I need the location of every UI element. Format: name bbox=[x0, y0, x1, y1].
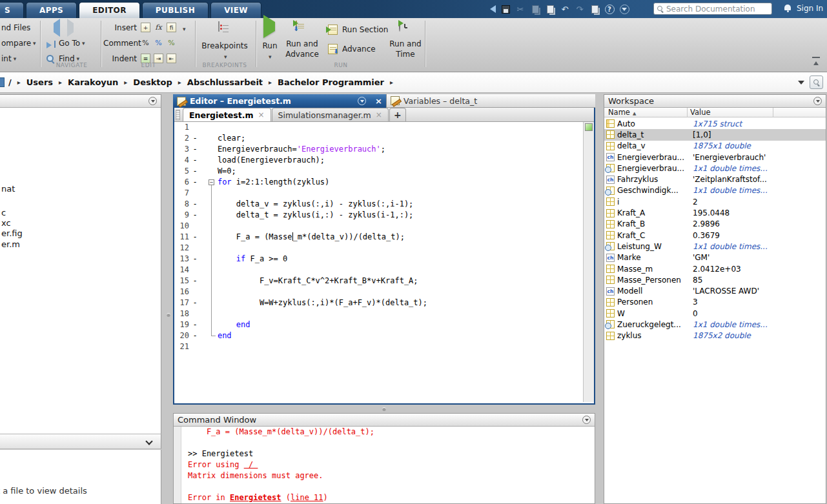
workspace-row-leistung_w[interactable]: Leistung_W1x1 double times... bbox=[604, 241, 826, 252]
editor-scrollbar[interactable] bbox=[583, 122, 594, 402]
breadcrumb-item[interactable]: / bbox=[8, 77, 12, 87]
toolbar-menu-icon[interactable] bbox=[619, 4, 629, 14]
workspace-row-i[interactable]: i2 bbox=[604, 196, 826, 207]
workspace-row-masse_m[interactable]: Masse_m2.0412e+03 bbox=[604, 263, 826, 274]
workspace-row-delta_v[interactable]: delta_v1875x1 double bbox=[604, 141, 826, 152]
breakpoints-button[interactable] bbox=[218, 22, 220, 31]
sign-in-link[interactable]: Sign In bbox=[797, 4, 823, 13]
copy-icon[interactable] bbox=[530, 4, 540, 14]
workspace-row-auto[interactable]: Auto1x715 struct bbox=[604, 118, 826, 129]
file-item[interactable]: er.m bbox=[1, 239, 20, 249]
workspace-row-personen[interactable]: Personen3 bbox=[604, 297, 826, 308]
ribbon-tab-apps[interactable]: APPS bbox=[26, 2, 77, 18]
paste-icon[interactable] bbox=[545, 4, 555, 14]
file-item[interactable]: c bbox=[1, 208, 6, 217]
run-and-advance-label-2[interactable]: Advance bbox=[284, 50, 320, 59]
horizontal-splitter-handle[interactable] bbox=[382, 407, 386, 411]
file-item[interactable]: nat bbox=[1, 184, 15, 194]
back-nav-button[interactable] bbox=[49, 23, 60, 32]
compare-button[interactable]: ompare▾ bbox=[1, 39, 36, 48]
breadcrumb-item[interactable]: Bachelor Programmier bbox=[278, 77, 384, 87]
uncomment-button[interactable]: % bbox=[154, 38, 165, 48]
error-link[interactable]: line 11 bbox=[291, 493, 323, 502]
editor-title-bar[interactable]: Editor – Energietest.m × bbox=[173, 94, 386, 108]
cut-icon[interactable]: ✂ bbox=[515, 4, 526, 14]
run-and-time-label-2[interactable]: Time bbox=[387, 50, 424, 59]
command-window-output[interactable]: F_a = (Masse_m*(delta_v))/(delta_t);>> E… bbox=[181, 427, 595, 503]
run-button[interactable] bbox=[263, 22, 275, 31]
run-button-label[interactable]: Run bbox=[258, 41, 281, 50]
workspace-row-kraft_b[interactable]: Kraft_B2.9896 bbox=[604, 219, 826, 230]
breadcrumb-item[interactable]: Karakoyun bbox=[68, 77, 118, 87]
panel-menu-icon[interactable] bbox=[148, 97, 157, 105]
breadcrumb-item[interactable]: Users bbox=[26, 77, 53, 87]
fold-collapse-icon[interactable]: − bbox=[209, 179, 214, 185]
save-icon[interactable] bbox=[500, 4, 511, 14]
code-analyzer-indicator[interactable] bbox=[585, 123, 593, 131]
workspace-row-marke[interactable]: chMarke'GM' bbox=[604, 252, 826, 263]
run-section-button[interactable]: Run Section bbox=[328, 25, 388, 35]
close-tab-icon[interactable]: × bbox=[376, 110, 382, 119]
panel-menu-icon[interactable] bbox=[582, 416, 591, 424]
find-files-button[interactable]: nd Files bbox=[1, 23, 30, 32]
workspace-header[interactable]: Workspace bbox=[604, 95, 826, 108]
workspace-row-delta_t[interactable]: delta_t[1,0] bbox=[604, 129, 826, 140]
print-button[interactable]: int▾ bbox=[1, 54, 16, 63]
panel-menu-icon[interactable] bbox=[813, 97, 822, 105]
tab-strip-grip[interactable] bbox=[176, 110, 180, 120]
run-and-time-button[interactable] bbox=[399, 22, 400, 31]
command-window-header[interactable]: Command Window bbox=[174, 414, 595, 427]
run-and-advance-button[interactable]: ⬇ bbox=[296, 21, 297, 30]
run-menu-caret[interactable]: ▾ bbox=[267, 52, 272, 61]
editor-menu-icon[interactable] bbox=[358, 97, 366, 105]
notification-bell-icon[interactable] bbox=[784, 5, 791, 12]
workspace-row-zyklus[interactable]: zyklus1875x2 double bbox=[604, 330, 826, 341]
column-divider[interactable] bbox=[687, 108, 688, 117]
insert-section-button[interactable]: + bbox=[141, 23, 152, 32]
workspace-row-zueruckgelegt-[interactable]: Zueruckgelegt...1x1 double times... bbox=[604, 319, 826, 330]
help-icon[interactable]: ? bbox=[604, 4, 615, 14]
editor-tab-energietest-m[interactable]: Energietest.m× bbox=[183, 108, 271, 121]
vertical-splitter-handle[interactable] bbox=[167, 313, 170, 317]
close-tab-icon[interactable]: × bbox=[258, 110, 264, 119]
column-header-value[interactable]: Value bbox=[690, 108, 711, 117]
run-and-advance-label-1[interactable]: Run and bbox=[284, 39, 320, 48]
workspace-row-fahrzyklus[interactable]: chFahrzyklus'ZeitplanKraftstof... bbox=[604, 174, 826, 185]
insert-menu-button[interactable]: ▾ bbox=[181, 25, 186, 34]
new-window-icon[interactable] bbox=[589, 4, 600, 14]
back-icon[interactable] bbox=[485, 4, 496, 14]
details-pane-header[interactable] bbox=[0, 434, 161, 449]
new-tab-button[interactable]: + bbox=[389, 108, 406, 121]
wrap-comments-button[interactable]: % bbox=[167, 38, 178, 48]
insert-function-button[interactable]: fx bbox=[154, 23, 165, 32]
editor-tab-simulationsmanager-m[interactable]: Simulationsmanager.m× bbox=[272, 108, 389, 121]
folder-search-button[interactable] bbox=[810, 76, 823, 89]
error-link[interactable]: / bbox=[244, 460, 258, 469]
error-link[interactable]: Energietest bbox=[230, 493, 281, 502]
code-editor[interactable]: 12- clear;3- Energieverbrauch='Energieve… bbox=[174, 122, 583, 402]
breadcrumb-item[interactable]: Abschlussarbeit bbox=[187, 77, 263, 87]
workspace-row-modell[interactable]: chModell'LACROSSE AWD' bbox=[604, 285, 826, 296]
comment-button[interactable]: % bbox=[141, 38, 152, 48]
breakpoints-button-label[interactable]: Breakpoints bbox=[200, 41, 249, 50]
redo-icon[interactable]: ↷ bbox=[575, 4, 585, 14]
ribbon-tab-editor[interactable]: EDITOR bbox=[79, 2, 140, 18]
ribbon-tab-view[interactable]: VIEW bbox=[210, 2, 261, 18]
column-header-name[interactable]: Name▲ bbox=[608, 108, 636, 117]
close-icon[interactable]: × bbox=[375, 96, 382, 106]
ribbon-tab-s[interactable]: S bbox=[0, 2, 24, 18]
file-item[interactable]: er.fig bbox=[1, 228, 23, 238]
workspace-row-energieverbrau-[interactable]: chEnergieverbrau...'Energieverbrauch' bbox=[604, 152, 826, 163]
undo-icon[interactable]: ↶ bbox=[560, 4, 570, 14]
breakpoints-menu-caret[interactable]: ▾ bbox=[222, 52, 227, 61]
variables-title-bar[interactable]: Variables – delta_t bbox=[386, 94, 595, 108]
file-item[interactable]: xc bbox=[1, 218, 11, 228]
run-and-time-label-1[interactable]: Run and bbox=[387, 39, 424, 48]
insert-control-button[interactable]: fi bbox=[167, 23, 178, 32]
goto-button[interactable]: Go To▾ bbox=[46, 39, 85, 48]
address-dropdown-caret[interactable] bbox=[798, 81, 804, 88]
column-divider[interactable] bbox=[773, 108, 773, 117]
documentation-search[interactable]: Search Documentation bbox=[653, 3, 772, 15]
ribbon-tab-publish[interactable]: PUBLISH bbox=[142, 2, 209, 18]
workspace-row-w[interactable]: W0 bbox=[604, 308, 826, 319]
